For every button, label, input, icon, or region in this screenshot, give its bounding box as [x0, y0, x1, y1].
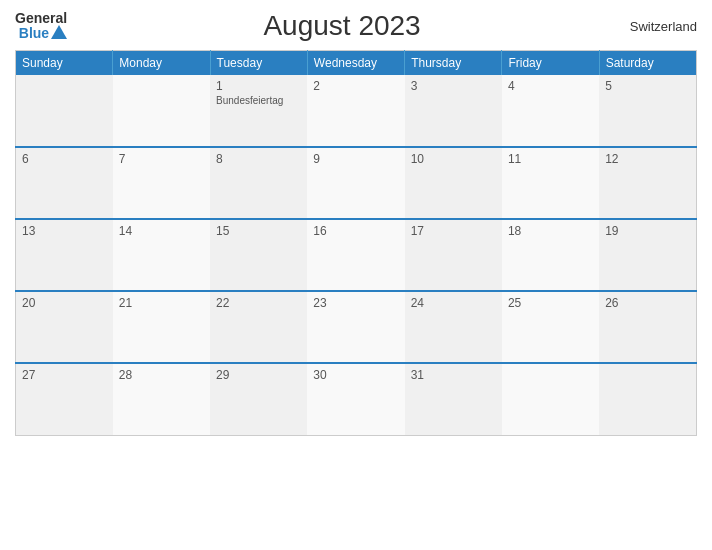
calendar-header: General Blue August 2023 Switzerland [15, 10, 697, 42]
calendar-cell: 31 [405, 363, 502, 435]
logo-general-text: General [15, 11, 67, 25]
day-number: 3 [411, 79, 496, 93]
calendar-cell: 14 [113, 219, 210, 291]
day-number: 16 [313, 224, 398, 238]
day-number: 12 [605, 152, 690, 166]
day-number: 11 [508, 152, 593, 166]
week-row-4: 20212223242526 [16, 291, 697, 363]
day-number: 13 [22, 224, 107, 238]
calendar-cell: 23 [307, 291, 404, 363]
day-event: Bundesfeiertag [216, 95, 301, 106]
calendar-cell: 13 [16, 219, 113, 291]
calendar-cell: 26 [599, 291, 696, 363]
calendar-cell: 20 [16, 291, 113, 363]
calendar-cell [502, 363, 599, 435]
day-number: 24 [411, 296, 496, 310]
page: General Blue August 2023 Switzerland Sun… [0, 0, 712, 550]
day-header-saturday: Saturday [599, 51, 696, 76]
day-number: 30 [313, 368, 398, 382]
day-header-monday: Monday [113, 51, 210, 76]
logo: General Blue [15, 11, 67, 41]
week-row-2: 6789101112 [16, 147, 697, 219]
week-row-5: 2728293031 [16, 363, 697, 435]
day-number: 22 [216, 296, 301, 310]
logo-blue-text: Blue [19, 26, 49, 40]
day-header-thursday: Thursday [405, 51, 502, 76]
calendar-cell: 10 [405, 147, 502, 219]
day-header-friday: Friday [502, 51, 599, 76]
calendar-cell: 15 [210, 219, 307, 291]
calendar-cell: 25 [502, 291, 599, 363]
calendar-cell: 28 [113, 363, 210, 435]
day-number: 23 [313, 296, 398, 310]
calendar-cell [113, 75, 210, 147]
calendar-cell: 1Bundesfeiertag [210, 75, 307, 147]
day-number: 28 [119, 368, 204, 382]
calendar-cell: 5 [599, 75, 696, 147]
day-header-sunday: Sunday [16, 51, 113, 76]
calendar-cell: 30 [307, 363, 404, 435]
calendar-cell: 7 [113, 147, 210, 219]
country-label: Switzerland [617, 19, 697, 34]
day-number: 26 [605, 296, 690, 310]
day-number: 27 [22, 368, 107, 382]
day-number: 31 [411, 368, 496, 382]
days-header-row: SundayMondayTuesdayWednesdayThursdayFrid… [16, 51, 697, 76]
calendar-cell: 2 [307, 75, 404, 147]
calendar-cell: 11 [502, 147, 599, 219]
calendar-cell: 8 [210, 147, 307, 219]
day-number: 20 [22, 296, 107, 310]
day-number: 14 [119, 224, 204, 238]
day-number: 5 [605, 79, 690, 93]
day-number: 19 [605, 224, 690, 238]
day-number: 2 [313, 79, 398, 93]
day-number: 9 [313, 152, 398, 166]
calendar-cell: 22 [210, 291, 307, 363]
month-title: August 2023 [67, 10, 617, 42]
day-number: 15 [216, 224, 301, 238]
calendar-cell: 9 [307, 147, 404, 219]
day-number: 29 [216, 368, 301, 382]
day-number: 21 [119, 296, 204, 310]
calendar-cell: 17 [405, 219, 502, 291]
calendar-table: SundayMondayTuesdayWednesdayThursdayFrid… [15, 50, 697, 436]
day-number: 4 [508, 79, 593, 93]
calendar-cell: 4 [502, 75, 599, 147]
day-number: 17 [411, 224, 496, 238]
day-number: 7 [119, 152, 204, 166]
calendar-cell: 27 [16, 363, 113, 435]
day-number: 6 [22, 152, 107, 166]
day-header-tuesday: Tuesday [210, 51, 307, 76]
calendar-cell: 16 [307, 219, 404, 291]
calendar-cell: 24 [405, 291, 502, 363]
calendar-cell [16, 75, 113, 147]
logo-triangle-icon [51, 25, 67, 39]
calendar-cell: 21 [113, 291, 210, 363]
calendar-cell: 12 [599, 147, 696, 219]
day-header-wednesday: Wednesday [307, 51, 404, 76]
week-row-1: 1Bundesfeiertag2345 [16, 75, 697, 147]
day-number: 18 [508, 224, 593, 238]
week-row-3: 13141516171819 [16, 219, 697, 291]
calendar-cell: 18 [502, 219, 599, 291]
day-number: 1 [216, 79, 301, 93]
calendar-cell: 19 [599, 219, 696, 291]
day-number: 10 [411, 152, 496, 166]
calendar-cell: 6 [16, 147, 113, 219]
calendar-cell [599, 363, 696, 435]
calendar-cell: 29 [210, 363, 307, 435]
day-number: 25 [508, 296, 593, 310]
calendar-cell: 3 [405, 75, 502, 147]
day-number: 8 [216, 152, 301, 166]
